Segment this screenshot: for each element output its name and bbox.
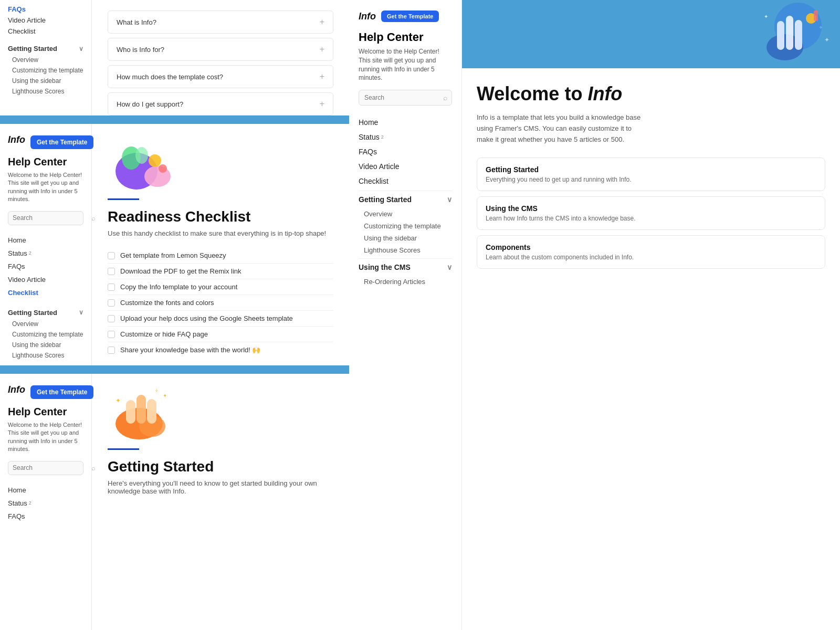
right-sub-reordering[interactable]: Re-Ordering Articles [359,276,452,288]
search-box-gs[interactable]: ⌕ [8,461,83,475]
search-input-checklist[interactable] [13,214,91,222]
faq-expand-3[interactable]: + [320,72,324,81]
sub-customizing-2[interactable]: Customizing the template [8,329,83,340]
sub-overview[interactable]: Overview [8,55,83,65]
category-card-0[interactable]: Getting Started Everything you need to g… [477,158,825,191]
right-sub-customizing[interactable]: Customizing the template [359,220,452,232]
checklist-item-1: Get template from Lemon Squeezy [108,248,333,264]
search-box-checklist[interactable]: ⌕ [8,211,83,225]
sub-lighthouse-2[interactable]: Lighthouse Scores [8,350,83,361]
right-cms-sub-items: Re-Ordering Articles [359,276,452,288]
getting-started-sub-items-2: Overview Customizing the template Using … [8,319,83,361]
faq-item-2[interactable]: Who is Info for? + [108,38,333,61]
right-blue-top: ✦ ✧ ✦ [462,0,840,68]
right-nav-faqs[interactable]: FAQs [359,144,452,159]
right-using-cms-header[interactable]: Using the CMS ∨ [359,258,452,276]
nav-faqs-gs[interactable]: FAQs [8,510,83,523]
svg-rect-17 [786,16,793,50]
right-logo: Info [359,11,376,22]
nav-faqs-link[interactable]: FAQs [8,5,83,13]
right-sub-lighthouse[interactable]: Lighthouse Scores [359,244,452,256]
faq-question-3: How much does the template cost? [117,73,223,81]
sub-sidebar-2[interactable]: Using the sidebar [8,340,83,350]
right-search-box[interactable]: ⌕ [359,90,452,106]
sub-lighthouse[interactable]: Lighthouse Scores [8,86,83,97]
cta-button-checklist[interactable]: Get the Template [30,135,93,149]
right-section: Info Get the Template Help Center Welcom… [349,0,840,630]
checkbox-3[interactable] [108,284,115,291]
svg-point-4 [149,154,161,167]
sidebar-title-checklist: Help Center [8,156,83,168]
category-card-1[interactable]: Using the CMS Learn how Info turns the C… [477,196,825,230]
nav-video-article-link[interactable]: Video Article [8,16,83,24]
svg-rect-20 [814,10,818,21]
right-main-content: Welcome to Info Info is a template that … [462,68,840,630]
checklist-label-1: Get template from Lemon Squeezy [120,251,226,259]
right-gs-sub-items: Overview Customizing the template Using … [359,208,452,256]
checklist-title: Readiness Checklist [108,208,333,225]
faq-expand-4[interactable]: + [320,99,324,109]
faq-item-4[interactable]: How do I get support? + [108,92,333,116]
panel-faq: FAQs Video Article Checklist Getting Sta… [0,0,349,116]
checkbox-4[interactable] [108,299,115,307]
cta-button-gs[interactable]: Get the Template [30,385,93,399]
svg-text:✧: ✧ [819,25,823,30]
panel-checklist: Info Get the Template Help Center Welcom… [0,124,349,365]
category-title-0: Getting Started [486,165,816,174]
faq-item-3[interactable]: How much does the template cost? + [108,65,333,88]
right-search-input[interactable] [364,94,443,101]
checkbox-2[interactable] [108,268,115,275]
right-sub-sidebar[interactable]: Using the sidebar [359,232,452,244]
nav-home-checklist[interactable]: Home [8,234,83,247]
checklist-item-5: Upload your help docs using the Google S… [108,311,333,327]
nav-checklist-link[interactable]: Checklist [8,27,83,35]
checkbox-5[interactable] [108,315,115,322]
svg-rect-18 [795,20,802,50]
getting-started-section-2: Getting Started ∨ Overview Customizing t… [8,307,83,361]
checklist-label-4: Customize the fonts and colors [120,299,214,307]
nav-faqs-checklist[interactable]: FAQs [8,260,83,273]
right-getting-started-header[interactable]: Getting Started ∨ [359,191,452,208]
right-nav-status[interactable]: Status2 [359,130,452,144]
right-cta-button[interactable]: Get the Template [381,10,439,22]
right-sub-overview[interactable]: Overview [359,208,452,220]
right-sidebar-header: Info Get the Template [359,10,452,22]
sidebar-title-gs: Help Center [8,406,83,418]
sub-customizing[interactable]: Customizing the template [8,65,83,76]
nav-status-checklist[interactable]: Status2 [8,247,83,260]
sub-overview-2[interactable]: Overview [8,319,83,329]
sidebar-desc-gs: Welcome to the Help Center! This site wi… [8,421,83,454]
category-title-2: Components [486,243,816,251]
nav-home-gs[interactable]: Home [8,484,83,497]
right-nav-video[interactable]: Video Article [359,159,452,174]
getting-started-header[interactable]: Getting Started ∨ [8,43,83,55]
logo-checklist: Info [8,134,25,145]
getting-started-section: Getting Started ∨ Overview Customizing t… [8,43,83,97]
svg-text:✧: ✧ [155,388,159,393]
checkbox-6[interactable] [108,331,115,338]
nav-checklist-active[interactable]: Checklist [8,286,83,299]
checkbox-7[interactable] [108,346,115,354]
search-input-gs[interactable] [13,464,91,471]
checklist-label-5: Upload your help docs using the Google S… [120,314,293,322]
nav-status-gs[interactable]: Status2 [8,497,83,510]
gs-illustration: ✦ ✦ ✧ [108,384,176,442]
right-main-wrapper: ✦ ✧ ✦ Welcome to Info Info is a template… [462,0,840,630]
sub-sidebar[interactable]: Using the sidebar [8,76,83,86]
svg-rect-16 [777,21,784,50]
right-nav-home[interactable]: Home [359,115,452,130]
checkbox-1[interactable] [108,252,115,259]
gs-subtitle: Here's everything you'll need to know to… [108,479,333,495]
nav-video-checklist[interactable]: Video Article [8,273,83,286]
faq-item-1[interactable]: What is Info? + [108,10,333,34]
checklist-item-7: Share your knowledge base with the world… [108,342,333,358]
right-nav-checklist[interactable]: Checklist [359,174,452,188]
right-chevron-cms: ∨ [447,263,452,271]
getting-started-header-2[interactable]: Getting Started ∨ [8,307,83,319]
faq-expand-2[interactable]: + [320,45,324,54]
svg-rect-10 [147,399,156,424]
faq-expand-1[interactable]: + [320,17,324,27]
chevron-down-icon-2: ∨ [79,309,83,316]
category-card-2[interactable]: Components Learn about the custom compon… [477,235,825,269]
sidebar-desc-checklist: Welcome to the Help Center! This site wi… [8,171,83,204]
